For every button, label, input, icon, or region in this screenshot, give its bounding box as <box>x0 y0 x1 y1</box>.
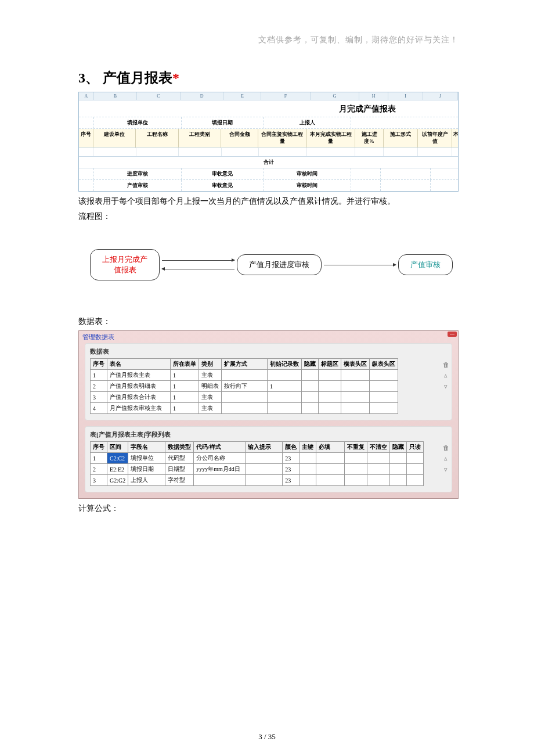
down-icon[interactable]: ▿ <box>444 466 448 473</box>
table-row[interactable]: 3 G2:G2 上报人 字符型 23 <box>91 475 424 486</box>
excel-sum-row: 合计 <box>79 157 458 168</box>
foot-opinion2: 审收意见 <box>182 180 264 191</box>
section-no: 3、 <box>78 70 99 85</box>
flow-box-2: 产值月报进度审核 <box>237 254 322 275</box>
t1h-3: 类别 <box>199 359 222 370</box>
excel-screenshot: A B C D E F G H I J 月完成产值报表 填报单位 填报日期 上报… <box>78 92 459 192</box>
trash-icon[interactable]: 🗑 <box>443 444 449 451</box>
hdr-progress: 施工进度% <box>355 129 384 147</box>
t1h-9: 纵表头区 <box>370 359 398 370</box>
table-row[interactable]: 2 E2:E2 填报日期 日期型 yyyy年mm月dd日 23 <box>91 464 424 475</box>
excel-footer1: 进度审核 审收意见 审核时间 <box>79 168 458 180</box>
table-row[interactable]: 3 产值月报表合计表 1 主表 <box>91 392 398 403</box>
selected-cell: C2:C2 <box>107 453 128 464</box>
t1h-1: 表名 <box>107 359 171 370</box>
t1h-7: 标题区 <box>319 359 341 370</box>
excel-col-headers: A B C D E F G H I J <box>79 92 458 100</box>
data-panel: — 管理数据表 数据表 序号 表名 所在表单 类别 扩展方式 初始记录数 隐藏 … <box>78 330 459 499</box>
t2h-11: 隐藏 <box>390 442 407 453</box>
panel-inner-2: 表[产值月报表主表]字段列表 序号 区间 字段名 数据类型 代码/样式 输入提示… <box>85 426 452 492</box>
table2: 序号 区间 字段名 数据类型 代码/样式 输入提示 颜色 主键 必填 不重复 不… <box>90 441 424 486</box>
table-row[interactable]: 2 产值月报表明细表 1 明细表 按行向下 1 <box>91 381 398 392</box>
t1h-2: 所在表单 <box>171 359 199 370</box>
flow-box-1: 上报月完成产 值报表 <box>90 249 160 280</box>
hdr-seq: 序号 <box>79 129 93 147</box>
hdr-projtype: 工程类别 <box>179 129 222 147</box>
excel-header-row: 序号 建设单位 工程名称 工程类别 合同金额 合同主贤实物工程量 本月完成实物工… <box>79 129 458 148</box>
t1h-4: 扩展方式 <box>222 359 268 370</box>
table1: 序号 表名 所在表单 类别 扩展方式 初始记录数 隐藏 标题区 横表头区 纵表头… <box>90 358 398 414</box>
t1h-8: 横表头区 <box>341 359 370 370</box>
excel-title-row: 月完成产值报表 <box>79 100 458 117</box>
col-H: H <box>359 92 388 100</box>
t2h-7: 主键 <box>300 442 316 453</box>
col-F: F <box>261 92 310 100</box>
flow-label: 流程图： <box>78 210 459 223</box>
side-icons-2: 🗑 ▵ ▿ <box>442 444 450 473</box>
excel-empty-row <box>79 148 458 157</box>
col-B: B <box>94 92 138 100</box>
table-row[interactable]: 4 月产值报表审核主表 1 主表 <box>91 403 398 414</box>
col-I: I <box>388 92 423 100</box>
foot-audit2: 产值审核 <box>94 180 182 191</box>
foot-opinion1: 审收意见 <box>182 168 264 179</box>
foot-time2: 审核时间 <box>264 180 351 191</box>
up-icon[interactable]: ▵ <box>444 455 448 462</box>
trash-icon[interactable]: 🗑 <box>443 361 449 368</box>
table-row[interactable]: 1 C2:C2 填报单位 代码型 分公司名称 23 <box>91 453 424 464</box>
t2h-3: 数据类型 <box>165 442 194 453</box>
t2h-0: 序号 <box>91 442 107 453</box>
desc-text: 该报表用于每个项目部每个月上报一次当月的产值情况以及产值累计情况。并进行审核。 <box>78 195 459 208</box>
hdr-projname: 工程名称 <box>136 129 179 147</box>
col-E: E <box>223 92 261 100</box>
col-G: G <box>311 92 359 100</box>
t2h-9: 不重复 <box>345 442 367 453</box>
section-title: 3、 产值月报表* <box>78 69 459 87</box>
t1h-6: 隐藏 <box>302 359 319 370</box>
t2h-4: 代码/样式 <box>194 442 246 453</box>
table2-header-row: 序号 区间 字段名 数据类型 代码/样式 输入提示 颜色 主键 必填 不重复 不… <box>91 442 424 453</box>
excel-title: 月完成产值报表 <box>79 100 458 117</box>
datatable-label: 数据表： <box>78 315 459 328</box>
hdr-cost: 合同主贤实物工程量 <box>258 129 306 147</box>
hdr-cut: 本 <box>452 129 458 147</box>
section-name: 产值月报表 <box>103 70 172 85</box>
hdr-contract: 合同金额 <box>221 129 258 147</box>
hdr-month: 本月完成实物工程量 <box>307 129 355 147</box>
flow-box-3: 产值审核 <box>398 254 453 275</box>
flow-box-1-l1: 上报月完成产 <box>102 254 147 265</box>
foot-time1: 审核时间 <box>264 168 351 179</box>
panel-title: 管理数据表 <box>79 331 458 343</box>
panel-inner-1: 数据表 序号 表名 所在表单 类别 扩展方式 初始记录数 隐藏 标题区 横表头区… <box>85 343 452 420</box>
panel2-sub: 表[产值月报表主表]字段列表 <box>90 430 447 439</box>
t1h-5: 初始记录数 <box>268 359 302 370</box>
t2h-6: 颜色 <box>283 442 300 453</box>
t2h-1: 区间 <box>107 442 128 453</box>
t2h-12: 只读 <box>407 442 424 453</box>
foot-audit1: 进度审核 <box>94 168 182 179</box>
t2h-2: 字段名 <box>128 442 165 453</box>
up-icon[interactable]: ▵ <box>444 372 448 379</box>
col-J: J <box>423 92 458 100</box>
panel1-sub: 数据表 <box>90 347 447 356</box>
page-number: 3 / 35 <box>0 732 534 741</box>
t2h-5: 输入提示 <box>246 442 283 453</box>
col-D: D <box>181 92 224 100</box>
hdr-form: 施工形式 <box>384 129 418 147</box>
flow-box-1-l2: 值报表 <box>102 265 147 275</box>
meta-date: 填报日期 <box>182 117 264 128</box>
flow-arrow-1 <box>160 260 237 269</box>
col-C: C <box>137 92 181 100</box>
excel-meta-row: 填报单位 填报日期 上报人 <box>79 117 458 129</box>
table1-header-row: 序号 表名 所在表单 类别 扩展方式 初始记录数 隐藏 标题区 横表头区 纵表头… <box>91 359 398 370</box>
col-A: A <box>79 92 94 100</box>
close-icon[interactable]: — <box>448 332 457 337</box>
header-note: 文档供参考，可复制、编制，期待您的好评与关注！ <box>78 35 459 45</box>
meta-reporter: 上报人 <box>264 117 351 128</box>
hdr-builder: 建设单位 <box>93 129 136 147</box>
down-icon[interactable]: ▿ <box>444 383 448 390</box>
meta-unit: 填报单位 <box>94 117 182 128</box>
excel-footer2: 产值审核 审收意见 审核时间 <box>79 180 458 191</box>
table-row[interactable]: 1 产值月报表主表 1 主表 <box>91 370 398 381</box>
formula-label: 计算公式： <box>78 502 459 515</box>
